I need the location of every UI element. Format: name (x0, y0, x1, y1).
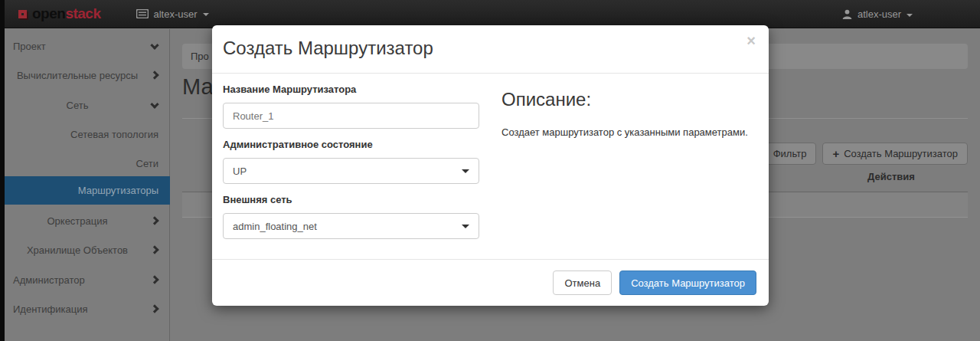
submit-create-router-button[interactable]: Создать Маршрутизатор (619, 271, 756, 295)
create-router-modal: Создать Маршрутизатор × Название Маршрут… (212, 25, 769, 306)
router-name-input[interactable] (223, 103, 479, 129)
router-form: Название Маршрутизатора Административное… (223, 74, 479, 239)
admin-state-select[interactable]: UP (223, 158, 479, 184)
sidebar-item-label: Вычислительные ресурсы (17, 70, 138, 81)
sidebar-item-routers[interactable]: Маршрутизаторы (5, 176, 170, 205)
sidebar-item-object-store[interactable]: Хранилище Объектов (5, 235, 170, 264)
openstack-cube-icon (18, 10, 27, 18)
sidebar-item-label: Сеть (67, 100, 89, 111)
breadcrumb-text: Про (191, 51, 209, 62)
page-title: Ма (182, 74, 214, 100)
chevron-right-icon (150, 275, 158, 284)
router-name-label: Название Маршрутизатора (223, 84, 479, 95)
external-network-label: Внешняя сеть (223, 194, 479, 205)
modal-footer: Отмена Создать Маршрутизатор (212, 259, 769, 306)
tenant-name: altex-user (154, 8, 198, 20)
chevron-down-icon (150, 41, 158, 50)
sidebar-item-label: Сети (136, 158, 158, 169)
chevron-right-icon (150, 70, 158, 79)
caret-down-icon (462, 169, 469, 173)
logo-stack-text: stack (65, 5, 100, 21)
sidebar-item-label: Оркестрация (47, 215, 107, 227)
sidebar-item-label: Проект (13, 41, 46, 52)
create-router-button-label: Создать Маршрутизатор (844, 148, 958, 159)
sidebar-item-identity[interactable]: Идентификация (5, 294, 170, 323)
modal-title: Создать Маршрутизатор (223, 38, 433, 59)
create-router-button[interactable]: +Создать Маршрутизатор (822, 143, 968, 165)
sidebar-item-orchestration[interactable]: Оркестрация (5, 206, 170, 235)
top-navbar: openstack altex-user atlex-user (0, 0, 980, 28)
caret-down-icon (462, 225, 469, 228)
sidebar-item-admin[interactable]: Администратор (5, 265, 170, 294)
admin-state-value: UP (233, 166, 247, 177)
sidebar-item-label: Администратор (13, 274, 85, 286)
openstack-logo[interactable]: openstack (18, 5, 101, 22)
table-header-actions: Действия (815, 171, 968, 182)
cancel-button[interactable]: Отмена (553, 271, 612, 295)
chevron-right-icon (150, 304, 158, 313)
project-list-icon (136, 9, 149, 18)
external-network-select[interactable]: admin_floating_net (223, 213, 479, 239)
filter-button-label: Фильтр (773, 148, 807, 159)
sidebar-item-label: Хранилище Объектов (27, 244, 128, 256)
logo-open-text: open (32, 5, 65, 21)
chevron-down-icon (906, 14, 913, 17)
user-name: atlex-user (858, 8, 901, 20)
sidebar-item-network-topology[interactable]: Сетевая топология (5, 120, 170, 149)
sidebar-item-label: Маршрутизаторы (78, 185, 158, 196)
filter-button[interactable]: Фильтр (763, 143, 817, 165)
sidebar-item-label: Идентификация (13, 303, 87, 315)
modal-body: Название Маршрутизатора Административное… (212, 74, 769, 259)
tenant-dropdown[interactable]: altex-user (136, 8, 209, 20)
sidebar-item-project[interactable]: Проект (5, 31, 170, 61)
user-icon (842, 9, 852, 19)
sidebar-item-compute[interactable]: Вычислительные ресурсы (5, 61, 170, 90)
chevron-down-icon (203, 13, 209, 16)
admin-state-label: Административное состояние (223, 139, 479, 150)
description-heading: Описание: (501, 89, 758, 110)
chevron-right-icon (150, 216, 158, 225)
left-edge-strip (0, 0, 5, 341)
external-network-value: admin_floating_net (233, 221, 317, 232)
table-actions-row: Фильтр +Создать Маршрутизатор (763, 143, 968, 165)
sidebar-item-network[interactable]: Сеть (5, 90, 170, 120)
chevron-right-icon (150, 245, 158, 254)
close-icon[interactable]: × (746, 32, 756, 50)
sidebar-item-label: Сетевая топология (70, 129, 158, 140)
user-dropdown[interactable]: atlex-user (842, 0, 913, 28)
plus-icon: + (832, 147, 839, 160)
modal-header: Создать Маршрутизатор × (212, 25, 769, 74)
modal-description: Описание: Создает маршрутизатор с указан… (501, 74, 758, 139)
sidebar: Проект Вычислительные ресурсы Сеть Сетев… (5, 29, 170, 341)
openstack-wordmark: openstack (32, 5, 101, 22)
description-text: Создает маршрутизатор с указанными парам… (501, 126, 758, 139)
sidebar-item-networks[interactable]: Сети (5, 149, 170, 178)
chevron-down-icon (150, 100, 158, 109)
